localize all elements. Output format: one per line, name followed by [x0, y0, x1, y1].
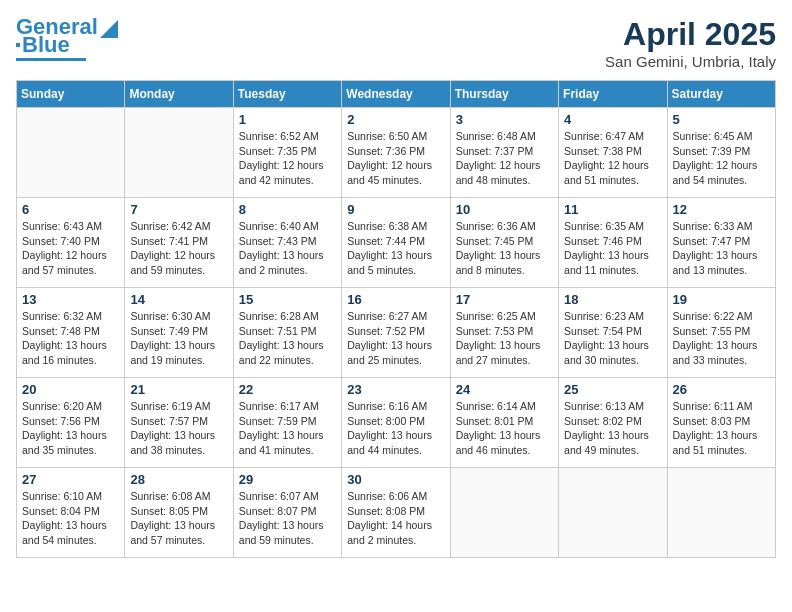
- day-cell-10: 10Sunrise: 6:36 AMSunset: 7:45 PMDayligh…: [450, 198, 558, 288]
- day-info: Sunrise: 6:13 AMSunset: 8:02 PMDaylight:…: [564, 399, 661, 458]
- day-number: 2: [347, 112, 444, 127]
- day-number: 11: [564, 202, 661, 217]
- day-cell-1: 1Sunrise: 6:52 AMSunset: 7:35 PMDaylight…: [233, 108, 341, 198]
- day-number: 28: [130, 472, 227, 487]
- empty-cell: [667, 468, 775, 558]
- logo-text2: Blue: [22, 34, 70, 56]
- day-cell-4: 4Sunrise: 6:47 AMSunset: 7:38 PMDaylight…: [559, 108, 667, 198]
- day-info: Sunrise: 6:23 AMSunset: 7:54 PMDaylight:…: [564, 309, 661, 368]
- day-number: 10: [456, 202, 553, 217]
- day-info: Sunrise: 6:45 AMSunset: 7:39 PMDaylight:…: [673, 129, 770, 188]
- day-number: 19: [673, 292, 770, 307]
- day-cell-7: 7Sunrise: 6:42 AMSunset: 7:41 PMDaylight…: [125, 198, 233, 288]
- day-number: 16: [347, 292, 444, 307]
- empty-cell: [125, 108, 233, 198]
- day-cell-24: 24Sunrise: 6:14 AMSunset: 8:01 PMDayligh…: [450, 378, 558, 468]
- day-info: Sunrise: 6:14 AMSunset: 8:01 PMDaylight:…: [456, 399, 553, 458]
- day-cell-14: 14Sunrise: 6:30 AMSunset: 7:49 PMDayligh…: [125, 288, 233, 378]
- day-info: Sunrise: 6:40 AMSunset: 7:43 PMDaylight:…: [239, 219, 336, 278]
- day-cell-25: 25Sunrise: 6:13 AMSunset: 8:02 PMDayligh…: [559, 378, 667, 468]
- day-info: Sunrise: 6:48 AMSunset: 7:37 PMDaylight:…: [456, 129, 553, 188]
- calendar-header: SundayMondayTuesdayWednesdayThursdayFrid…: [17, 81, 776, 108]
- day-cell-13: 13Sunrise: 6:32 AMSunset: 7:48 PMDayligh…: [17, 288, 125, 378]
- week-row: 27Sunrise: 6:10 AMSunset: 8:04 PMDayligh…: [17, 468, 776, 558]
- day-cell-23: 23Sunrise: 6:16 AMSunset: 8:00 PMDayligh…: [342, 378, 450, 468]
- page-header: General Blue April 2025 San Gemini, Umbr…: [16, 16, 776, 70]
- empty-cell: [450, 468, 558, 558]
- day-info: Sunrise: 6:20 AMSunset: 7:56 PMDaylight:…: [22, 399, 119, 458]
- day-cell-30: 30Sunrise: 6:06 AMSunset: 8:08 PMDayligh…: [342, 468, 450, 558]
- day-cell-21: 21Sunrise: 6:19 AMSunset: 7:57 PMDayligh…: [125, 378, 233, 468]
- day-cell-16: 16Sunrise: 6:27 AMSunset: 7:52 PMDayligh…: [342, 288, 450, 378]
- day-number: 27: [22, 472, 119, 487]
- day-cell-11: 11Sunrise: 6:35 AMSunset: 7:46 PMDayligh…: [559, 198, 667, 288]
- empty-cell: [17, 108, 125, 198]
- day-info: Sunrise: 6:06 AMSunset: 8:08 PMDaylight:…: [347, 489, 444, 548]
- day-number: 30: [347, 472, 444, 487]
- day-number: 23: [347, 382, 444, 397]
- day-cell-29: 29Sunrise: 6:07 AMSunset: 8:07 PMDayligh…: [233, 468, 341, 558]
- week-row: 6Sunrise: 6:43 AMSunset: 7:40 PMDaylight…: [17, 198, 776, 288]
- svg-marker-0: [100, 20, 118, 38]
- day-number: 29: [239, 472, 336, 487]
- weekday-header-sunday: Sunday: [17, 81, 125, 108]
- logo-triangle-icon: [100, 20, 118, 38]
- day-info: Sunrise: 6:07 AMSunset: 8:07 PMDaylight:…: [239, 489, 336, 548]
- day-number: 3: [456, 112, 553, 127]
- day-number: 9: [347, 202, 444, 217]
- day-number: 13: [22, 292, 119, 307]
- day-info: Sunrise: 6:08 AMSunset: 8:05 PMDaylight:…: [130, 489, 227, 548]
- day-info: Sunrise: 6:38 AMSunset: 7:44 PMDaylight:…: [347, 219, 444, 278]
- day-info: Sunrise: 6:16 AMSunset: 8:00 PMDaylight:…: [347, 399, 444, 458]
- day-cell-9: 9Sunrise: 6:38 AMSunset: 7:44 PMDaylight…: [342, 198, 450, 288]
- weekday-header-friday: Friday: [559, 81, 667, 108]
- day-number: 12: [673, 202, 770, 217]
- week-row: 20Sunrise: 6:20 AMSunset: 7:56 PMDayligh…: [17, 378, 776, 468]
- week-row: 1Sunrise: 6:52 AMSunset: 7:35 PMDaylight…: [17, 108, 776, 198]
- day-cell-12: 12Sunrise: 6:33 AMSunset: 7:47 PMDayligh…: [667, 198, 775, 288]
- day-cell-5: 5Sunrise: 6:45 AMSunset: 7:39 PMDaylight…: [667, 108, 775, 198]
- day-info: Sunrise: 6:36 AMSunset: 7:45 PMDaylight:…: [456, 219, 553, 278]
- day-number: 25: [564, 382, 661, 397]
- day-info: Sunrise: 6:32 AMSunset: 7:48 PMDaylight:…: [22, 309, 119, 368]
- day-cell-28: 28Sunrise: 6:08 AMSunset: 8:05 PMDayligh…: [125, 468, 233, 558]
- day-cell-17: 17Sunrise: 6:25 AMSunset: 7:53 PMDayligh…: [450, 288, 558, 378]
- day-info: Sunrise: 6:42 AMSunset: 7:41 PMDaylight:…: [130, 219, 227, 278]
- day-cell-6: 6Sunrise: 6:43 AMSunset: 7:40 PMDaylight…: [17, 198, 125, 288]
- day-info: Sunrise: 6:30 AMSunset: 7:49 PMDaylight:…: [130, 309, 227, 368]
- day-number: 21: [130, 382, 227, 397]
- month-year-title: April 2025: [605, 16, 776, 53]
- day-info: Sunrise: 6:17 AMSunset: 7:59 PMDaylight:…: [239, 399, 336, 458]
- day-number: 5: [673, 112, 770, 127]
- day-info: Sunrise: 6:25 AMSunset: 7:53 PMDaylight:…: [456, 309, 553, 368]
- day-info: Sunrise: 6:33 AMSunset: 7:47 PMDaylight:…: [673, 219, 770, 278]
- day-cell-27: 27Sunrise: 6:10 AMSunset: 8:04 PMDayligh…: [17, 468, 125, 558]
- logo: General Blue: [16, 16, 118, 61]
- day-number: 17: [456, 292, 553, 307]
- calendar-table: SundayMondayTuesdayWednesdayThursdayFrid…: [16, 80, 776, 558]
- day-number: 4: [564, 112, 661, 127]
- day-info: Sunrise: 6:11 AMSunset: 8:03 PMDaylight:…: [673, 399, 770, 458]
- day-info: Sunrise: 6:28 AMSunset: 7:51 PMDaylight:…: [239, 309, 336, 368]
- day-cell-15: 15Sunrise: 6:28 AMSunset: 7:51 PMDayligh…: [233, 288, 341, 378]
- day-info: Sunrise: 6:50 AMSunset: 7:36 PMDaylight:…: [347, 129, 444, 188]
- day-number: 8: [239, 202, 336, 217]
- day-info: Sunrise: 6:35 AMSunset: 7:46 PMDaylight:…: [564, 219, 661, 278]
- day-cell-26: 26Sunrise: 6:11 AMSunset: 8:03 PMDayligh…: [667, 378, 775, 468]
- weekday-header-thursday: Thursday: [450, 81, 558, 108]
- day-cell-22: 22Sunrise: 6:17 AMSunset: 7:59 PMDayligh…: [233, 378, 341, 468]
- day-info: Sunrise: 6:27 AMSunset: 7:52 PMDaylight:…: [347, 309, 444, 368]
- day-number: 22: [239, 382, 336, 397]
- weekday-row: SundayMondayTuesdayWednesdayThursdayFrid…: [17, 81, 776, 108]
- weekday-header-monday: Monday: [125, 81, 233, 108]
- weekday-header-tuesday: Tuesday: [233, 81, 341, 108]
- day-number: 18: [564, 292, 661, 307]
- day-number: 1: [239, 112, 336, 127]
- day-info: Sunrise: 6:22 AMSunset: 7:55 PMDaylight:…: [673, 309, 770, 368]
- week-row: 13Sunrise: 6:32 AMSunset: 7:48 PMDayligh…: [17, 288, 776, 378]
- day-info: Sunrise: 6:52 AMSunset: 7:35 PMDaylight:…: [239, 129, 336, 188]
- day-cell-20: 20Sunrise: 6:20 AMSunset: 7:56 PMDayligh…: [17, 378, 125, 468]
- day-number: 24: [456, 382, 553, 397]
- day-cell-19: 19Sunrise: 6:22 AMSunset: 7:55 PMDayligh…: [667, 288, 775, 378]
- day-info: Sunrise: 6:47 AMSunset: 7:38 PMDaylight:…: [564, 129, 661, 188]
